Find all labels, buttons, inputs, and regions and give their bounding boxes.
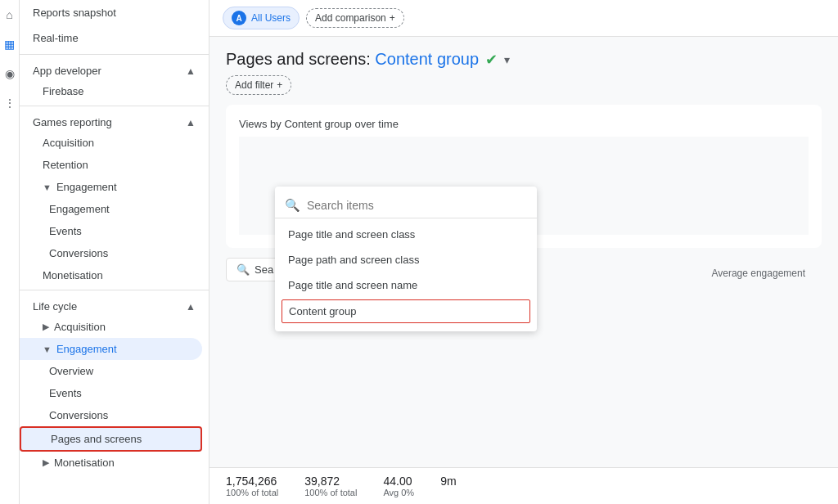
sidebar-item-reports-snapshot[interactable]: Reports snapshot (20, 0, 209, 25)
expand-arrow-icon-4: ▶ (43, 457, 49, 468)
stat-users-sub: 100% of total (304, 488, 357, 497)
dropdown-item-0[interactable]: Page title and screen class (275, 222, 537, 247)
chevron-up-icon-2: ▲ (186, 117, 196, 128)
sidebar-item-lc-monetisation[interactable]: ▶ Monetisation (20, 452, 202, 474)
sidebar-item-overview[interactable]: Overview (20, 360, 202, 382)
sidebar-group-games-reporting[interactable]: Games reporting ▲ (20, 110, 209, 132)
stat-avg: 44.00 Avg 0% (383, 475, 414, 497)
chevron-up-icon: ▲ (186, 65, 196, 77)
dropdown-search-input[interactable] (307, 199, 527, 212)
sidebar-item-events[interactable]: Events (20, 220, 202, 242)
avatar: A (232, 11, 246, 25)
expand-arrow-icon-3: ▼ (43, 344, 52, 354)
sidebar-item-conversions[interactable]: Conversions (20, 242, 202, 264)
sidebar-item-firebase[interactable]: Firebase (20, 80, 202, 102)
chevron-up-icon-3: ▲ (186, 301, 196, 313)
topbar: A All Users Add comparison + (210, 0, 838, 37)
page-title: Pages and screens: Content group (226, 50, 479, 69)
stat-time-value: 9m (440, 475, 456, 488)
sidebar-item-monetisation[interactable]: Monetisation (20, 264, 202, 286)
page-title-text: Pages and screens: (226, 50, 375, 68)
reports-snapshot-label: Reports snapshot (33, 7, 116, 19)
stats-bar: 1,754,266 100% of total 39,872 100% of t… (210, 467, 838, 504)
expand-arrow-icon-2: ▶ (43, 322, 49, 332)
page-title-link[interactable]: Content group (375, 50, 479, 68)
sidebar-item-lc-events[interactable]: Events (20, 382, 202, 404)
add-comparison-label: Add comparison (315, 12, 386, 24)
dropdown-chevron-icon[interactable]: ▾ (504, 53, 510, 66)
nav-icon-strip: ⌂ ▦ ◉ ⋮ (0, 0, 20, 504)
search-icon: 🔍 (285, 198, 300, 213)
app-developer-label: App developer (33, 65, 101, 77)
funnels-icon[interactable]: ⋮ (2, 95, 18, 111)
dropdown-search-bar: 🔍 (275, 193, 537, 218)
verified-icon: ✔ (485, 51, 498, 69)
divider-1 (20, 54, 209, 55)
life-cycle-label: Life cycle (33, 300, 77, 313)
sidebar-item-engagement-sub[interactable]: Engagement (20, 198, 202, 220)
sidebar-item-retention[interactable]: Retention (20, 154, 202, 176)
avg-engagement-label: Average engagement (711, 268, 822, 279)
stat-views-sub: 100% of total (226, 488, 278, 497)
stat-users: 39,872 100% of total (304, 475, 357, 497)
sidebar-group-app-developer[interactable]: App developer ▲ (20, 58, 209, 80)
sidebar-item-pages-and-screens[interactable]: Pages and screens (20, 426, 202, 452)
real-time-label: Real-time (33, 32, 79, 44)
sidebar: Reports snapshot Real-time App developer… (20, 0, 210, 504)
divider-2 (20, 106, 209, 106)
add-comparison-icon: + (390, 12, 395, 24)
sidebar-item-lc-engagement[interactable]: ▼ Engagement (20, 338, 202, 360)
all-users-label: All Users (251, 12, 291, 24)
stat-time: 9m (440, 475, 456, 497)
analytics-icon[interactable]: ▦ (2, 36, 18, 52)
content-area: Pages and screens: Content group ✔ ▾ Add… (210, 37, 838, 467)
table-search-icon: 🔍 (237, 263, 250, 276)
home-icon[interactable]: ⌂ (2, 7, 18, 23)
stat-avg-sub: Avg 0% (383, 488, 414, 497)
sidebar-item-lc-conversions[interactable]: Conversions (20, 404, 202, 426)
add-filter-label: Add filter (235, 79, 273, 91)
games-reporting-label: Games reporting (33, 116, 112, 128)
stat-avg-value: 44.00 (383, 475, 414, 488)
dropdown-item-2[interactable]: Page title and screen name (275, 272, 537, 298)
page-header: Pages and screens: Content group ✔ ▾ (226, 50, 822, 69)
sidebar-item-acquisition[interactable]: Acquisition (20, 132, 202, 154)
add-comparison-button[interactable]: Add comparison + (306, 8, 404, 28)
stat-views: 1,754,266 100% of total (226, 475, 278, 497)
add-filter-button[interactable]: Add filter + (226, 75, 291, 95)
dropdown-item-3[interactable]: Content group (282, 299, 530, 323)
chart-label: Views by Content group over time (239, 118, 809, 130)
audience-icon[interactable]: ◉ (2, 65, 18, 82)
sidebar-item-real-time[interactable]: Real-time (20, 25, 209, 51)
main-content: A All Users Add comparison + Pages and s… (210, 0, 838, 504)
divider-3 (20, 290, 209, 290)
chart-section: Views by Content group over time 🔍 Page … (226, 105, 822, 248)
stat-users-value: 39,872 (304, 475, 357, 488)
all-users-chip[interactable]: A All Users (223, 7, 300, 29)
stat-views-value: 1,754,266 (226, 475, 278, 488)
add-filter-plus-icon: + (277, 79, 282, 91)
dropdown-overlay: 🔍 Page title and screen class Page path … (275, 187, 537, 331)
sidebar-item-lc-acquisition[interactable]: ▶ Acquisition (20, 316, 202, 338)
expand-arrow-icon: ▼ (43, 182, 52, 192)
sidebar-group-life-cycle[interactable]: Life cycle ▲ (20, 294, 209, 316)
sidebar-item-engagement-parent[interactable]: ▼ Engagement (20, 176, 202, 198)
dropdown-item-1[interactable]: Page path and screen class (275, 247, 537, 272)
